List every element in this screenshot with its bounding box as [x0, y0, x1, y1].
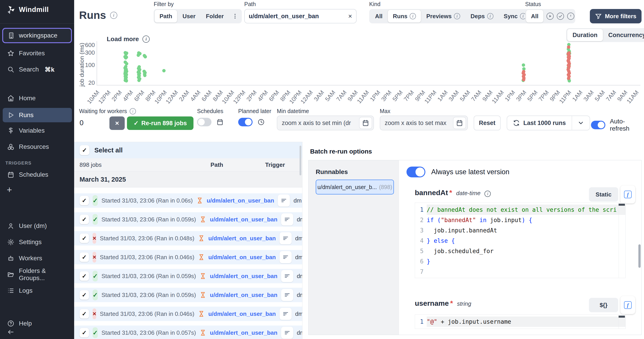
- job-point-success[interactable]: [162, 69, 166, 72]
- editor-scrollbar-thumb[interactable]: [618, 316, 625, 318]
- job-args-button[interactable]: [281, 327, 293, 339]
- select-all-checkbox[interactable]: ✓: [80, 145, 90, 155]
- collapse-sidebar-button[interactable]: [3, 327, 21, 337]
- status-option-check-circle-icon[interactable]: [557, 13, 564, 20]
- job-path-link[interactable]: u/dm/alert_on_user_ban: [210, 329, 278, 336]
- filter-by-option-path[interactable]: Path: [154, 10, 177, 23]
- table-row[interactable]: ✓✓Started 31/03, 23:06 (Ran in 0.057s)u/…: [74, 325, 302, 339]
- sidebar-item-logs[interactable]: Logs: [3, 284, 72, 297]
- kind-option-all[interactable]: All: [370, 10, 388, 23]
- more-filters-button[interactable]: More filters: [590, 9, 642, 23]
- bannedat-javascript-button[interactable]: f: [620, 185, 635, 203]
- table-row[interactable]: ✓×Started 31/03, 23:06 (Ran in 0.046s)u/…: [74, 307, 302, 321]
- status-option-alert-circle-icon[interactable]: [567, 13, 574, 20]
- waiting-info-icon[interactable]: i: [130, 108, 136, 114]
- table-row[interactable]: ✓✓Started 31/03, 23:06 (Ran in 0.06s)u/d…: [74, 193, 302, 208]
- table-row[interactable]: ✓✓Started 31/03, 23:06 (Ran in 0.059s)u/…: [74, 288, 302, 302]
- rerun-jobs-button[interactable]: ✓ Re-run 898 jobs: [127, 116, 194, 130]
- job-path-link[interactable]: u/dm/alert_on_user_ban: [210, 216, 278, 223]
- clear-path-icon[interactable]: ×: [348, 12, 352, 20]
- table-row[interactable]: ✓×Started 31/03, 23:06 (Ran in 0.046s)u/…: [74, 250, 302, 264]
- sidebar-item-search[interactable]: Search⌘k: [3, 63, 72, 76]
- kind-option-previews[interactable]: Previewsi: [421, 10, 465, 23]
- sidebar-item-schedules[interactable]: Schedules: [3, 168, 72, 181]
- bannedat-info-icon[interactable]: i: [484, 191, 491, 197]
- job-point-success[interactable]: [522, 63, 525, 67]
- job-point-success[interactable]: [125, 79, 128, 83]
- sidebar-item-resources[interactable]: Resources: [3, 140, 72, 153]
- sidebar-item-variables[interactable]: Variables: [3, 124, 72, 137]
- job-point-success[interactable]: [137, 79, 141, 82]
- sidebar-item-home[interactable]: Home: [3, 92, 72, 105]
- last-runs-dropdown[interactable]: Last 1000 runs: [507, 116, 590, 130]
- reset-button[interactable]: Reset: [474, 116, 501, 130]
- status-option-play-circle-icon[interactable]: [546, 13, 554, 20]
- job-path-link[interactable]: u/dm/alert_on_user_ban: [208, 235, 276, 242]
- row-checkbox[interactable]: ✓: [80, 215, 89, 224]
- editor-scrollbar-thumb[interactable]: [618, 204, 625, 206]
- job-args-button[interactable]: [280, 308, 292, 320]
- username-mode-template[interactable]: ${}: [589, 298, 618, 312]
- table-row[interactable]: ✓✓Started 31/03, 23:06 (Ran in 0.059s)u/…: [74, 212, 302, 227]
- row-checkbox[interactable]: ✓: [80, 309, 89, 318]
- last-runs-chevron[interactable]: [572, 116, 590, 130]
- job-point-success[interactable]: [144, 55, 147, 59]
- bannedat-code-editor[interactable]: 1// bannedAt does not exist on all versi…: [415, 203, 626, 278]
- runs-info-icon[interactable]: i: [110, 12, 117, 19]
- panel-scrollbar[interactable]: [638, 244, 641, 268]
- username-code-editor[interactable]: 1"@" + job.input.username: [415, 314, 626, 329]
- job-path-link[interactable]: u/dm/alert_on_user_ban: [207, 197, 274, 204]
- job-point-success[interactable]: [143, 74, 146, 77]
- tab-duration[interactable]: Duration: [567, 29, 603, 41]
- job-args-button[interactable]: [281, 270, 293, 282]
- sidebar-item-favorites[interactable]: Favorites: [3, 47, 72, 60]
- job-args-button[interactable]: [278, 194, 290, 207]
- job-path-link[interactable]: u/dm/alert_on_user_ban: [208, 310, 276, 317]
- job-args-button[interactable]: [280, 251, 292, 263]
- bannedat-mode-static[interactable]: Static: [589, 187, 618, 202]
- job-args-button[interactable]: [280, 232, 292, 244]
- row-checkbox[interactable]: ✓: [80, 271, 89, 281]
- jobs-scrollbar[interactable]: [300, 146, 301, 175]
- tab-concurrency[interactable]: Concurrency: [603, 29, 644, 41]
- latest-version-toggle[interactable]: [406, 167, 425, 177]
- job-point-success[interactable]: [136, 54, 140, 57]
- username-javascript-button[interactable]: f: [620, 296, 635, 314]
- duration-scatter-plot[interactable]: [96, 41, 640, 85]
- max-datetime-input[interactable]: zoom x axis to set max: [385, 120, 453, 127]
- kind-option-runs[interactable]: Runsi: [388, 10, 421, 23]
- filter-by-more-kebab[interactable]: [229, 10, 241, 23]
- workspace-switcher[interactable]: workingspace: [2, 28, 72, 43]
- app-logo-row[interactable]: Windmill: [6, 5, 49, 15]
- sidebar-item-runs[interactable]: Runs: [3, 108, 72, 122]
- job-path-link[interactable]: u/dm/alert_on_user_ban: [210, 273, 278, 280]
- autorefresh-toggle[interactable]: [591, 121, 605, 129]
- table-row[interactable]: ✓✓Started 31/03, 23:06 (Ran in 0.059s)u/…: [74, 269, 302, 283]
- row-checkbox[interactable]: ✓: [80, 328, 89, 337]
- row-checkbox[interactable]: ✓: [80, 234, 89, 243]
- job-point-failure[interactable]: [567, 46, 570, 49]
- schedules-toggle[interactable]: [197, 118, 212, 126]
- sidebar-item-workers[interactable]: Workers: [3, 252, 72, 265]
- job-point-success[interactable]: [124, 56, 128, 60]
- table-row[interactable]: ✓×Started 31/03, 23:06 (Ran in 0.048s)u/…: [74, 231, 302, 245]
- status-option-all[interactable]: All: [526, 10, 543, 23]
- runnable-chip[interactable]: u/dm/alert_on_user_b... (898): [316, 180, 394, 194]
- add-trigger-button[interactable]: +: [7, 185, 12, 195]
- filter-by-option-user[interactable]: User: [178, 10, 200, 23]
- min-datetime-input[interactable]: zoom x axis to set min (dr: [282, 120, 359, 127]
- job-path-link[interactable]: u/dm/alert_on_user_ban: [208, 254, 276, 261]
- sidebar-item-folders-groups[interactable]: Folders & Groups...: [3, 268, 72, 281]
- sidebar-item-user-dm[interactable]: User (dm): [3, 219, 72, 232]
- job-args-button[interactable]: [281, 213, 293, 225]
- sidebar-item-settings[interactable]: Settings: [3, 236, 72, 249]
- cancel-selection-button[interactable]: ×: [110, 116, 125, 130]
- kind-option-deps[interactable]: Depsi: [466, 10, 498, 23]
- filter-by-option-folder[interactable]: Folder: [201, 10, 228, 23]
- min-datetime-calendar-button[interactable]: [359, 117, 372, 129]
- path-filter-input[interactable]: [249, 13, 348, 20]
- row-checkbox[interactable]: ✓: [80, 196, 89, 205]
- planned-later-toggle[interactable]: [238, 118, 252, 126]
- row-checkbox[interactable]: ✓: [80, 252, 89, 262]
- max-datetime-calendar-button[interactable]: [453, 117, 466, 129]
